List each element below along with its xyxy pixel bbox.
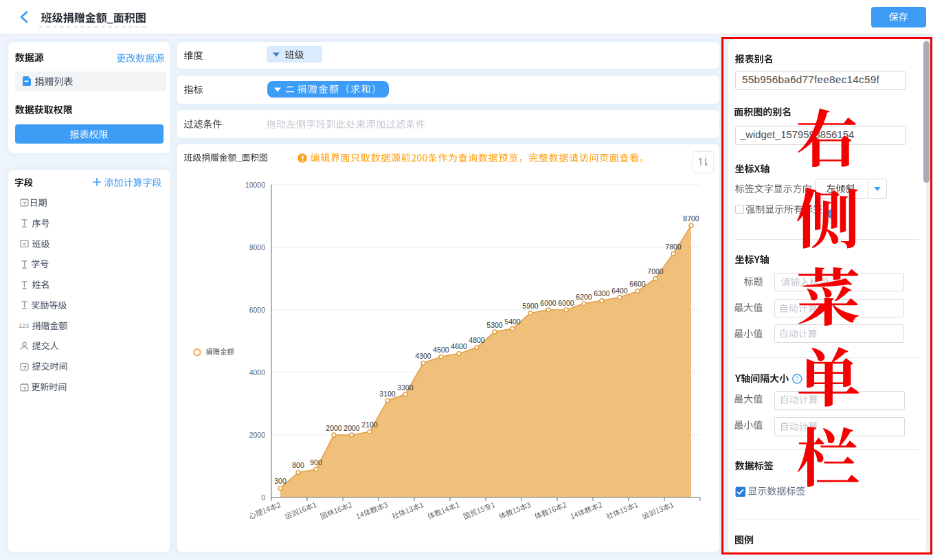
svg-text:4600: 4600 <box>451 342 467 350</box>
svg-text:8700: 8700 <box>683 214 699 223</box>
svg-text:4500: 4500 <box>433 346 449 354</box>
svg-text:2100: 2100 <box>361 421 378 429</box>
svg-text:2000: 2000 <box>249 431 266 439</box>
svg-text:123: 123 <box>19 322 29 329</box>
svg-text:6400: 6400 <box>611 287 628 295</box>
svg-text:5400: 5400 <box>504 317 521 326</box>
svg-text:3300: 3300 <box>397 383 414 392</box>
svg-text:6200: 6200 <box>576 293 592 301</box>
svg-text:2000: 2000 <box>344 424 360 432</box>
svg-text:0: 0 <box>261 493 265 502</box>
svg-text:6300: 6300 <box>594 289 610 298</box>
svg-text:2000: 2000 <box>326 424 342 432</box>
svg-text:6600: 6600 <box>629 280 646 288</box>
svg-text:10000: 10000 <box>245 181 265 189</box>
svg-text:4800: 4800 <box>469 336 485 344</box>
svg-text:4000: 4000 <box>249 368 266 377</box>
svg-text:6000: 6000 <box>540 299 557 307</box>
svg-text:900: 900 <box>310 458 322 467</box>
svg-text:8000: 8000 <box>249 243 266 251</box>
svg-text:6000: 6000 <box>558 299 574 307</box>
svg-text:800: 800 <box>292 461 304 469</box>
svg-text:7800: 7800 <box>665 243 682 251</box>
svg-text:300: 300 <box>274 477 286 485</box>
svg-text:4300: 4300 <box>415 352 431 360</box>
svg-text:6000: 6000 <box>249 306 266 314</box>
svg-text:7000: 7000 <box>647 267 664 276</box>
svg-text:5900: 5900 <box>522 302 539 310</box>
svg-text:3100: 3100 <box>379 390 396 398</box>
svg-text:5300: 5300 <box>486 321 503 329</box>
